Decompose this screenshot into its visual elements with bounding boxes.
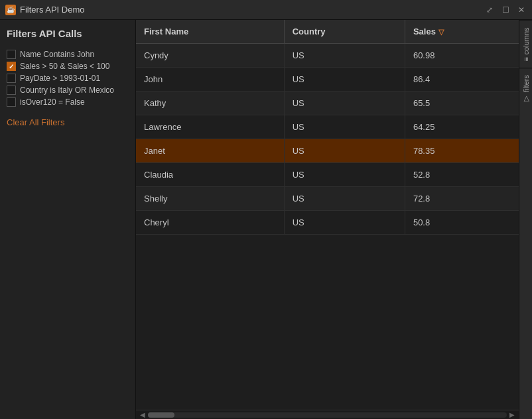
window-title: Filters API Demo: [20, 5, 85, 15]
filter-item[interactable]: PayDate > 1993-01-01: [7, 72, 129, 84]
filter-checkbox[interactable]: [7, 50, 16, 59]
table-row[interactable]: CyndyUS60.98: [136, 44, 519, 68]
scrollbar-thumb[interactable]: [148, 412, 174, 418]
scroll-right-arrow[interactable]: ▶: [507, 411, 517, 418]
scroll-left-arrow[interactable]: ◀: [137, 411, 148, 418]
column-header-country[interactable]: Country: [284, 20, 405, 44]
filters-tab[interactable]: ▽ filters: [519, 68, 532, 110]
cell-country: US: [284, 91, 405, 115]
table-row[interactable]: JohnUS86.4: [136, 68, 519, 91]
table-row[interactable]: CherylUS50.8: [136, 211, 519, 235]
cell-firstname: Shelly: [136, 187, 284, 211]
cell-country: US: [284, 139, 405, 163]
close-button[interactable]: ✕: [516, 5, 527, 15]
sidebar: Filters API Calls Name Contains JohnSale…: [0, 20, 136, 419]
filter-checkbox[interactable]: [7, 86, 16, 95]
cell-firstname: Janet: [136, 139, 284, 163]
column-header-firstName[interactable]: First Name: [136, 20, 284, 44]
table-row[interactable]: LawrenceUS64.25: [136, 115, 519, 139]
scrollbar-area[interactable]: ◀ ▶: [136, 410, 519, 419]
scrollbar-track[interactable]: [148, 412, 507, 418]
title-bar-left: ☕ Filters API Demo: [5, 5, 85, 15]
cell-country: US: [284, 115, 405, 139]
filter-checkbox[interactable]: [7, 74, 16, 83]
header-row: First NameCountrySales▽: [136, 20, 519, 44]
cell-firstname: John: [136, 68, 284, 91]
cell-country: US: [284, 187, 405, 211]
table-row[interactable]: ClaudiaUS52.8: [136, 163, 519, 187]
cell-firstname: Lawrence: [136, 115, 284, 139]
filter-label: Name Contains John: [20, 50, 94, 59]
table-row[interactable]: JanetUS78.35: [136, 139, 519, 163]
cell-sales: 64.25: [405, 115, 519, 139]
table-row[interactable]: KathyUS65.5: [136, 91, 519, 115]
cell-firstname: Kathy: [136, 91, 284, 115]
cell-sales: 72.8: [405, 187, 519, 211]
filter-checkbox[interactable]: [7, 62, 16, 71]
table-header: First NameCountrySales▽: [136, 20, 519, 44]
cell-sales: 65.5: [405, 91, 519, 115]
main-layout: Filters API Calls Name Contains JohnSale…: [0, 20, 532, 419]
filter-label: PayDate > 1993-01-01: [20, 74, 100, 83]
filters-icon: ▽: [521, 95, 530, 104]
filter-label: Sales > 50 & Sales < 100: [20, 62, 109, 71]
cell-country: US: [284, 68, 405, 91]
filter-label: Country is Italy OR Mexico: [20, 86, 114, 95]
right-tabs: ≡ columns ▽ filters: [519, 20, 532, 419]
maximize-button[interactable]: ☐: [500, 5, 511, 15]
filter-item[interactable]: Sales > 50 & Sales < 100: [7, 60, 129, 72]
sort-icon: ▽: [438, 28, 444, 36]
filters-tab-label: filters: [522, 75, 530, 92]
app-icon: ☕: [5, 5, 16, 15]
title-bar: ☕ Filters API Demo ⤢ ☐ ✕: [0, 0, 532, 20]
sidebar-title: Filters API Calls: [7, 28, 129, 39]
columns-tab-label: columns: [522, 27, 530, 54]
filter-list: Name Contains JohnSales > 50 & Sales < 1…: [7, 48, 129, 108]
grid-area: First NameCountrySales▽ CyndyUS60.98John…: [136, 20, 532, 419]
cell-country: US: [284, 211, 405, 235]
table-body: CyndyUS60.98JohnUS86.4KathyUS65.5Lawrenc…: [136, 44, 519, 235]
filter-checkbox[interactable]: [7, 97, 16, 107]
restore-button[interactable]: ⤢: [484, 5, 495, 15]
cell-country: US: [284, 163, 405, 187]
clear-filters-button[interactable]: Clear All Filters: [7, 117, 129, 127]
app-icon-symbol: ☕: [7, 6, 15, 13]
cell-firstname: Claudia: [136, 163, 284, 187]
table-row[interactable]: ShellyUS72.8: [136, 187, 519, 211]
cell-sales: 60.98: [405, 44, 519, 68]
filter-item[interactable]: Country is Italy OR Mexico: [7, 84, 129, 96]
filter-label: isOver120 = False: [20, 97, 85, 107]
table-container[interactable]: First NameCountrySales▽ CyndyUS60.98John…: [136, 20, 519, 410]
columns-icon: ≡: [522, 57, 530, 61]
title-bar-controls: ⤢ ☐ ✕: [484, 5, 527, 15]
cell-sales: 50.8: [405, 211, 519, 235]
cell-country: US: [284, 44, 405, 68]
cell-sales: 78.35: [405, 139, 519, 163]
cell-firstname: Cheryl: [136, 211, 284, 235]
filter-item[interactable]: Name Contains John: [7, 48, 129, 60]
cell-firstname: Cyndy: [136, 44, 284, 68]
column-header-sales[interactable]: Sales▽: [405, 20, 519, 44]
filter-item[interactable]: isOver120 = False: [7, 96, 129, 108]
cell-sales: 86.4: [405, 68, 519, 91]
columns-tab[interactable]: ≡ columns: [519, 20, 532, 68]
cell-sales: 52.8: [405, 163, 519, 187]
data-table: First NameCountrySales▽ CyndyUS60.98John…: [136, 20, 519, 235]
